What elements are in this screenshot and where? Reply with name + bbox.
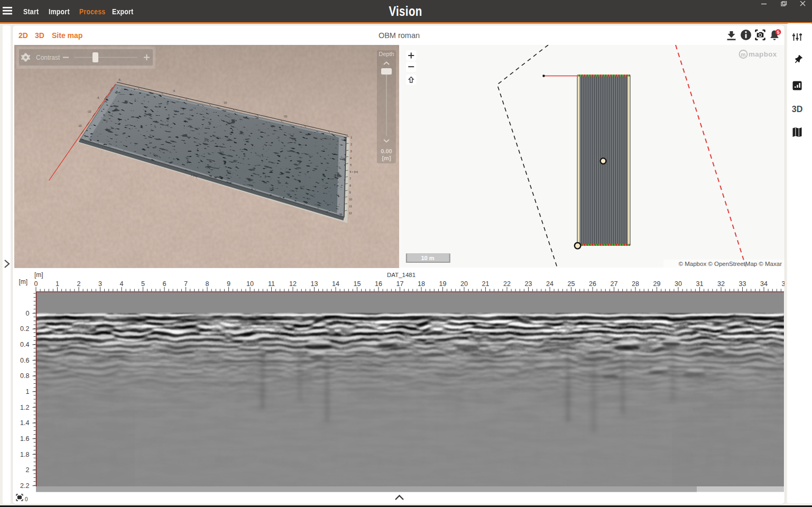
svg-text:34: 34 <box>760 280 768 288</box>
svg-text:15: 15 <box>354 280 361 288</box>
svg-text:32: 32 <box>717 280 725 288</box>
svg-text:[m]: [m] <box>34 271 43 279</box>
svg-text:-5: -5 <box>118 78 121 81</box>
svg-text:2.2: 2.2 <box>20 482 29 490</box>
svg-text:1.2: 1.2 <box>20 404 29 411</box>
svg-text:2: 2 <box>26 466 30 474</box>
svg-text:2: 2 <box>350 143 352 146</box>
svg-text:7: 7 <box>184 280 188 288</box>
svg-text:m: m <box>741 52 746 58</box>
svg-text:20: 20 <box>460 280 468 288</box>
svg-text:13: 13 <box>311 280 318 288</box>
svg-text:17: 17 <box>396 280 404 288</box>
svg-text:24: 24 <box>546 280 553 288</box>
svg-text:1: 1 <box>56 280 59 288</box>
svg-text:28: 28 <box>632 280 639 288</box>
svg-text:3: 3 <box>350 150 352 153</box>
svg-text:29: 29 <box>653 280 661 288</box>
svg-text:7: 7 <box>349 177 351 180</box>
svg-text:0.00: 0.00 <box>381 148 392 154</box>
svg-text:16: 16 <box>375 280 382 288</box>
svg-text:Contrast: Contrast <box>36 54 60 61</box>
svg-text:11: 11 <box>349 205 352 208</box>
svg-text:19: 19 <box>439 280 447 288</box>
svg-text:4: 4 <box>120 280 124 288</box>
svg-text:0.6: 0.6 <box>20 357 29 364</box>
svg-text:18: 18 <box>418 280 425 288</box>
svg-text:Depth: Depth <box>379 51 394 57</box>
svg-text:5: 5 <box>350 163 352 167</box>
svg-text:1: 1 <box>26 388 30 395</box>
svg-text:35: 35 <box>782 280 785 288</box>
svg-text:[m]: [m] <box>382 155 391 161</box>
svg-text:21: 21 <box>482 280 490 288</box>
svg-text:10: 10 <box>246 280 254 288</box>
svg-text:3: 3 <box>98 280 102 288</box>
svg-text:5: 5 <box>141 280 145 288</box>
svg-text:27: 27 <box>611 280 618 288</box>
svg-text:8: 8 <box>206 280 209 288</box>
svg-text:© Mapbox © OpenStreetMap © Max: © Mapbox © OpenStreetMap © Maxar <box>679 261 782 267</box>
svg-text:12: 12 <box>349 211 352 215</box>
svg-text:9: 9 <box>227 280 230 288</box>
svg-text:30: 30 <box>675 280 682 288</box>
svg-text:-15: -15 <box>78 124 81 127</box>
svg-text:0: 0 <box>25 496 28 502</box>
svg-text:23: 23 <box>525 280 532 288</box>
svg-text:5: 5 <box>777 29 780 35</box>
svg-text:0.2: 0.2 <box>20 325 29 333</box>
svg-text:25: 25 <box>568 280 575 288</box>
svg-text:33: 33 <box>739 280 746 288</box>
svg-text:mapbox: mapbox <box>749 50 777 58</box>
svg-text:6: 6 <box>163 280 167 288</box>
svg-text:26: 26 <box>589 280 596 288</box>
svg-text:1: 1 <box>350 136 352 139</box>
svg-text:31: 31 <box>696 280 704 288</box>
svg-text:1.8: 1.8 <box>20 451 29 458</box>
svg-text:11: 11 <box>268 280 275 288</box>
svg-text:-10: -10 <box>87 110 91 113</box>
svg-text:14: 14 <box>332 280 339 288</box>
svg-text:-5: -5 <box>97 96 99 99</box>
svg-text:[m]: [m] <box>19 278 28 285</box>
svg-text:0: 0 <box>34 280 38 288</box>
svg-text:22: 22 <box>503 280 511 288</box>
svg-text:10: 10 <box>349 198 352 201</box>
svg-text:4: 4 <box>350 156 352 160</box>
svg-text:0: 0 <box>26 310 30 317</box>
svg-text:6 r [m]: 6 r [m] <box>350 170 358 173</box>
svg-text:12: 12 <box>289 280 297 288</box>
svg-text:8: 8 <box>349 184 351 187</box>
svg-text:2: 2 <box>77 280 81 288</box>
svg-text:DAT_1481: DAT_1481 <box>387 272 416 278</box>
svg-text:3D: 3D <box>792 105 802 114</box>
svg-text:0.4: 0.4 <box>20 341 29 348</box>
svg-text:0.8: 0.8 <box>20 372 29 380</box>
svg-text:1.6: 1.6 <box>20 435 29 443</box>
svg-text:1.4: 1.4 <box>20 419 29 427</box>
svg-text:10 m: 10 m <box>421 255 434 261</box>
svg-text:9: 9 <box>349 191 351 194</box>
